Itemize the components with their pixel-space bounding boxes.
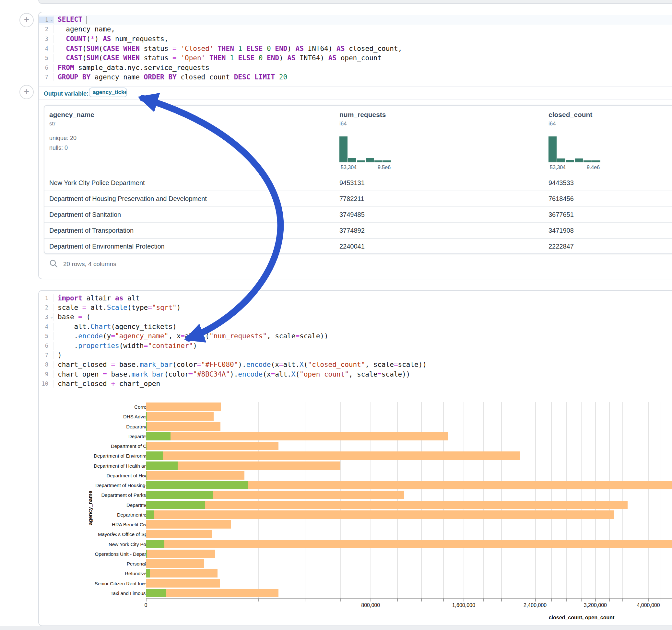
code-line[interactable]: 2scale = alt.Scale(type="sqrt")	[39, 303, 672, 312]
code-line[interactable]: 7GROUP BY agency_name ORDER BY closed_co…	[39, 73, 672, 82]
table-row[interactable]: Department of Environmental Protection22…	[44, 238, 672, 254]
line-number: 1⌄	[39, 17, 53, 23]
add-cell-button-2[interactable]: +	[20, 85, 34, 99]
column-header[interactable]: agency_name	[49, 111, 94, 119]
collapse-chevron-icon[interactable]: ⌄	[50, 17, 53, 22]
y-axis-tick	[143, 583, 146, 584]
y-axis-tick	[143, 534, 146, 534]
histogram-bar	[557, 159, 565, 162]
y-axis-tick	[143, 563, 146, 564]
x-axis-tick	[146, 599, 146, 602]
x-axis-tick	[483, 599, 484, 602]
table-cell: 3471908	[549, 227, 574, 234]
result-table: agency_namestrunique: 20nulls: 0num_requ…	[44, 105, 672, 254]
bar-open	[146, 540, 164, 548]
python-code-editor[interactable]: 1import altair as alt2scale = alt.Scale(…	[39, 293, 672, 389]
x-tick-label: 800,000	[361, 602, 380, 608]
bar-closed	[146, 569, 217, 578]
x-axis-tick	[340, 599, 341, 602]
add-cell-button[interactable]: +	[20, 13, 34, 27]
plus-icon: +	[24, 86, 29, 96]
code-text: FROM sample_data.nyc.service_requests	[53, 64, 210, 72]
x-axis-tick	[370, 599, 371, 602]
search-icon[interactable]	[49, 259, 58, 268]
table-cell: 7618456	[549, 195, 574, 202]
y-axis-tick	[143, 455, 146, 456]
x-axis-tick	[519, 599, 519, 602]
code-text: chart_closed + chart_open	[53, 380, 160, 388]
text-cursor	[87, 16, 87, 24]
histogram-bar	[549, 137, 557, 162]
table-row[interactable]: Department of Housing Preservation and D…	[44, 191, 672, 207]
table-cell: 9453131	[339, 179, 365, 187]
code-line[interactable]: 7)	[39, 350, 672, 360]
sql-cell: 1⌄SELECT 2 agency_name,3 COUNT(*) AS num…	[38, 12, 672, 280]
gridline	[595, 402, 596, 598]
gridline	[258, 402, 259, 598]
bar-closed	[146, 422, 220, 431]
table-row[interactable]: New York City Police Department945313194…	[44, 175, 672, 191]
code-line[interactable]: 2 agency_name,	[39, 25, 672, 34]
table-cell: Department of Transportation	[49, 227, 134, 234]
y-axis-tick	[143, 485, 146, 485]
code-line[interactable]: 1⌄SELECT	[39, 15, 672, 25]
y-axis-tick	[143, 465, 146, 466]
x-tick-label: 1,600,000	[452, 602, 475, 608]
code-line[interactable]: 5 CAST(SUM(CASE WHEN status = 'Open' THE…	[39, 53, 672, 63]
x-tick-label: 4,000,000	[637, 602, 660, 608]
code-text: CAST(SUM(CASE WHEN status = 'Closed' THE…	[53, 45, 402, 52]
line-number: 2	[39, 304, 53, 311]
y-axis-tick	[143, 554, 146, 554]
table-row[interactable]: Department of Sanitation37494853677651	[44, 207, 672, 223]
code-line[interactable]: 4 alt.Chart(agency_tickets)	[39, 322, 672, 331]
code-line[interactable]: 5 .encode(y="agency_name", x=alt.X("num_…	[39, 332, 672, 341]
bar-closed	[146, 412, 214, 421]
code-line[interactable]: 10chart_closed + chart_open	[39, 379, 672, 389]
previous-cell-edge	[38, 0, 672, 4]
x-axis-tick	[305, 599, 305, 602]
gridline	[340, 402, 341, 598]
code-line[interactable]: 6 .properties(width="container")	[39, 341, 672, 350]
bar-open	[146, 491, 213, 499]
y-axis-title: agency_name	[88, 491, 93, 525]
bar-open	[146, 422, 147, 431]
x-axis-tick	[648, 599, 649, 602]
code-line[interactable]: 8chart_closed = base.mark_bar(color="#FF…	[39, 360, 672, 369]
y-axis-tick	[143, 406, 146, 407]
line-number: 5	[39, 333, 53, 339]
code-text: agency_name,	[53, 25, 115, 33]
gridline	[519, 402, 519, 598]
output-variable-pill[interactable]: agency_tickets	[89, 88, 127, 97]
sql-code-editor[interactable]: 1⌄SELECT 2 agency_name,3 COUNT(*) AS num…	[39, 15, 672, 82]
table-cell: 3749485	[339, 211, 365, 218]
code-line[interactable]: 3 COUNT(*) AS num_requests,	[39, 34, 672, 44]
table-cell: 3677651	[549, 211, 574, 218]
code-line[interactable]: 3⌄base = (	[39, 312, 672, 322]
line-number: 10	[39, 381, 53, 387]
bar-open	[146, 452, 163, 460]
column-header[interactable]: num_requests	[339, 111, 386, 119]
bar-closed	[146, 501, 628, 509]
code-line[interactable]: 1import altair as alt	[39, 293, 672, 303]
column-histogram	[339, 137, 392, 162]
y-axis-tick	[143, 416, 146, 417]
table-row[interactable]: Department of Transportation377489234719…	[44, 222, 672, 239]
column-header[interactable]: closed_count	[549, 111, 592, 119]
bar-open	[146, 501, 205, 509]
code-line[interactable]: 9chart_open = base.mark_bar(color="#8BC3…	[39, 369, 672, 379]
bar-closed	[146, 530, 212, 538]
line-number: 7	[39, 74, 53, 80]
y-axis-tick	[143, 593, 146, 593]
x-axis-tick	[566, 599, 567, 602]
histogram-bar	[366, 158, 374, 162]
bar-open	[146, 412, 147, 421]
x-tick-label: 0	[145, 602, 147, 608]
x-axis-tick	[258, 599, 259, 602]
code-line[interactable]: 6FROM sample_data.nyc.service_requests	[39, 63, 672, 73]
code-line[interactable]: 4 CAST(SUM(CASE WHEN status = 'Closed' T…	[39, 44, 672, 53]
histogram-max-label: 9.4e6	[587, 165, 600, 170]
code-text: alt.Chart(agency_tickets)	[53, 323, 177, 331]
bar-open	[146, 510, 154, 519]
collapse-chevron-icon[interactable]: ⌄	[50, 314, 53, 319]
bar-open	[146, 569, 150, 578]
